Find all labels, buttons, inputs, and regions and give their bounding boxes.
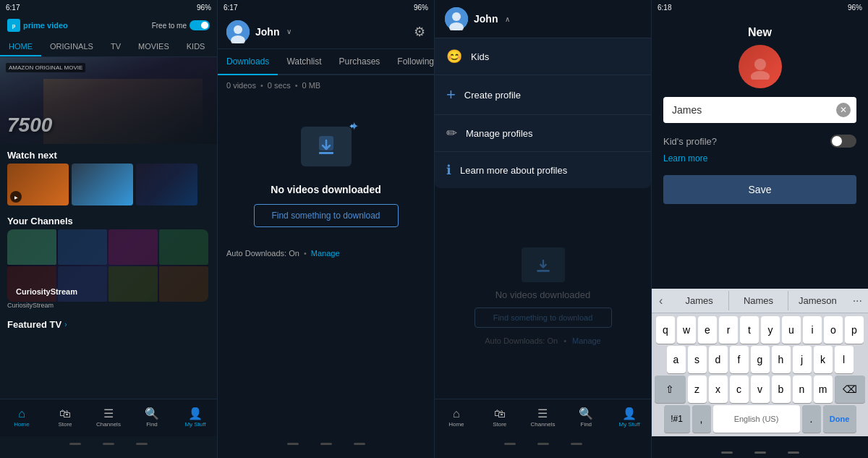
bg-find-btn: Find something to download — [475, 308, 612, 328]
svg-rect-10 — [537, 270, 550, 272]
thumbnail-3[interactable] — [136, 164, 197, 205]
key-w[interactable]: w — [677, 316, 696, 344]
create-profile-icon: + — [446, 85, 456, 104]
tab-tv[interactable]: TV — [102, 36, 129, 56]
tab-kids[interactable]: KIDS — [178, 36, 214, 56]
bottom-nav-channels[interactable]: ☰ Channels — [87, 408, 130, 428]
downloads-tabs: Downloads Watchlist Purchases Following — [218, 49, 434, 75]
watch-next-label: Watch next — [0, 144, 217, 164]
bottom-nav-find[interactable]: 🔍 Find — [130, 408, 174, 428]
create-profile-item[interactable]: + Create profile — [435, 75, 651, 114]
tab-watchlist[interactable]: Watchlist — [278, 49, 330, 74]
tab-movies[interactable]: MOVIES — [129, 36, 178, 56]
key-g[interactable]: g — [751, 346, 770, 373]
tab-following[interactable]: Following — [388, 49, 434, 74]
bottom-nav-home[interactable]: ⌂ Home — [0, 408, 43, 428]
autocomplete-back-btn[interactable]: ‹ — [652, 294, 670, 308]
p3-home-label: Home — [448, 421, 464, 428]
autocomplete-more-btn[interactable]: ··· — [847, 294, 868, 308]
tab-downloads[interactable]: Downloads — [218, 49, 278, 74]
tab-purchases[interactable]: Purchases — [331, 49, 389, 74]
save-profile-btn[interactable]: Save — [663, 175, 856, 204]
key-e[interactable]: e — [698, 316, 717, 344]
space-key[interactable]: English (US) — [713, 405, 800, 433]
key-z[interactable]: z — [688, 376, 707, 403]
battery-2: 96% — [414, 4, 428, 12]
thumbnail-2[interactable] — [72, 164, 133, 205]
tab-home[interactable]: HOME — [0, 36, 41, 56]
free-to-me-switch[interactable] — [190, 20, 210, 30]
suggestion-james[interactable]: James — [670, 291, 729, 310]
period-key[interactable]: . — [802, 405, 821, 433]
home-nav-label: Home — [14, 421, 29, 428]
key-t[interactable]: t — [740, 316, 759, 344]
num-key[interactable]: !#1 — [664, 405, 690, 433]
p3-nav-home[interactable]: ⌂ Home — [435, 408, 478, 428]
key-f[interactable]: f — [730, 346, 749, 373]
tab-originals[interactable]: ORIGINALS — [41, 36, 102, 56]
comma-key[interactable]: , — [692, 405, 711, 433]
gesture-home-1 — [103, 443, 114, 445]
gesture-bar-1 — [0, 436, 217, 451]
key-s[interactable]: s — [688, 346, 707, 373]
store-icon: 🛍 — [59, 408, 71, 420]
key-h[interactable]: h — [772, 346, 791, 373]
clear-input-btn[interactable]: ✕ — [836, 103, 851, 117]
key-d[interactable]: d — [709, 346, 728, 373]
svg-point-8 — [452, 12, 461, 21]
key-v[interactable]: v — [751, 376, 770, 403]
key-k[interactable]: k — [814, 346, 833, 373]
create-profile-label: Create profile — [464, 90, 521, 101]
user-dropdown[interactable]: John ∨ — [226, 20, 292, 43]
key-b[interactable]: b — [772, 376, 791, 403]
key-j[interactable]: j — [793, 346, 812, 373]
done-key[interactable]: Done — [823, 405, 856, 433]
shift-key[interactable]: ⇧ — [655, 376, 686, 403]
thumbnail-1[interactable] — [7, 164, 69, 205]
channels-thumb[interactable]: CuriosityStream — [7, 229, 208, 302]
learn-more-link[interactable]: Learn more — [652, 153, 868, 169]
key-x[interactable]: x — [709, 376, 728, 403]
p3-nav-mystuff[interactable]: 👤 My Stuff — [608, 408, 651, 428]
key-a[interactable]: a — [667, 346, 686, 373]
gesture-back-1 — [69, 443, 81, 445]
p3-nav-store[interactable]: 🛍 Store — [478, 408, 522, 428]
prime-logo: p prime video — [7, 19, 68, 32]
p3-nav-channels[interactable]: ☰ Channels — [522, 408, 565, 428]
free-to-me-toggle[interactable]: Free to me — [152, 20, 210, 30]
name-input[interactable] — [663, 97, 856, 123]
main-nav-tabs: HOME ORIGINALS TV MOVIES KIDS — [0, 36, 217, 57]
suggestion-jameson[interactable]: Jameson — [788, 291, 847, 310]
find-download-btn[interactable]: Find something to download — [254, 204, 399, 227]
key-c[interactable]: c — [730, 376, 749, 403]
manage-profiles-item[interactable]: ✏ Manage profiles — [435, 114, 651, 151]
key-p[interactable]: p — [845, 316, 864, 344]
bottom-nav-store[interactable]: 🛍 Store — [43, 408, 87, 428]
key-row-4: !#1 , English (US) . Done — [655, 405, 865, 433]
svg-point-12 — [751, 71, 770, 80]
kids-profile-toggle[interactable] — [830, 135, 856, 148]
profile-user-info[interactable]: John ∧ — [445, 7, 510, 30]
suggestion-names[interactable]: Names — [729, 291, 788, 310]
bottom-nav-mystuff[interactable]: 👤 My Stuff — [174, 408, 217, 428]
key-o[interactable]: o — [824, 316, 843, 344]
key-l[interactable]: l — [835, 346, 854, 373]
key-m[interactable]: m — [814, 376, 833, 403]
backspace-key[interactable]: ⌫ — [835, 376, 866, 403]
kids-profile-item[interactable]: 😊 Kids — [435, 38, 651, 75]
key-q[interactable]: q — [656, 316, 675, 344]
channels-section: Your Channels CuriosityStream CuriosityS… — [0, 205, 217, 315]
key-n[interactable]: n — [793, 376, 812, 403]
learn-more-profiles-item[interactable]: ℹ Learn more about profiles — [435, 151, 651, 188]
key-u[interactable]: u — [782, 316, 801, 344]
play-btn-1[interactable] — [10, 191, 22, 203]
p3-nav-find[interactable]: 🔍 Find — [564, 408, 608, 428]
key-i[interactable]: i — [803, 316, 822, 344]
profile-menu-dropdown: John ∧ 😊 Kids + Create profile ✏ Manage … — [435, 0, 651, 188]
key-y[interactable]: y — [761, 316, 780, 344]
new-profile-avatar[interactable] — [739, 45, 782, 88]
settings-icon-2[interactable]: ⚙ — [414, 24, 425, 40]
dropdown-arrow-2: ∨ — [286, 27, 292, 35]
key-r[interactable]: r — [719, 316, 738, 344]
manage-link-2[interactable]: Manage — [311, 249, 340, 258]
